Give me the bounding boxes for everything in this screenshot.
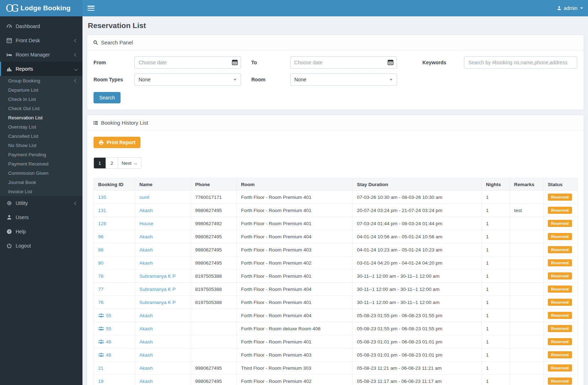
submenu-item[interactable]: Commission Given: [0, 168, 82, 178]
room-select[interactable]: None: [290, 74, 397, 86]
user-menu[interactable]: admin: [557, 5, 583, 11]
sidebar-toggle-icon[interactable]: [87, 6, 95, 11]
guest-name-link[interactable]: Akash: [139, 234, 153, 239]
nights-cell: 1: [482, 204, 510, 217]
booking-id-link[interactable]: 48: [106, 339, 111, 345]
booking-id-link[interactable]: 77: [98, 287, 103, 292]
room-types-select[interactable]: None: [134, 74, 241, 86]
submenu-item[interactable]: Check In List: [0, 94, 82, 104]
guest-name-link[interactable]: Akash: [139, 365, 153, 371]
sidebar-item-label: Dashboard: [16, 23, 77, 29]
sidebar-item-label: Room Manager: [16, 52, 71, 58]
guest-name-link[interactable]: Subramanya K P: [139, 287, 176, 292]
print-report-button[interactable]: Print Report: [93, 137, 140, 148]
to-date-input[interactable]: [290, 56, 397, 69]
submenu-item[interactable]: No Show List: [0, 141, 82, 150]
sidebar-item-label: Logout: [16, 243, 77, 249]
nights-cell: 1: [482, 362, 510, 375]
submenu-item[interactable]: Payment Received: [0, 159, 82, 168]
submenu-item[interactable]: Group Booking: [0, 76, 82, 85]
keywords-input[interactable]: [464, 56, 577, 69]
booking-id-link[interactable]: 55: [106, 326, 111, 331]
guest-name-link[interactable]: Akash: [139, 313, 153, 318]
print-report-label: Print Report: [107, 140, 135, 145]
booking-id-link[interactable]: 128: [98, 221, 106, 226]
guest-name-link[interactable]: Akash: [139, 352, 153, 358]
booking-id-cell: 77: [94, 283, 135, 296]
guest-name-link[interactable]: Subramanya K P: [139, 300, 176, 305]
booking-id-link[interactable]: 131: [98, 208, 106, 213]
pagination-page-1[interactable]: 1: [94, 158, 106, 168]
sidebar-item-room-manager[interactable]: Room Manager: [0, 48, 82, 62]
status-cell: Reserved: [544, 309, 578, 322]
user-icon: [557, 6, 562, 11]
submenu-item[interactable]: Reservation List: [0, 113, 82, 122]
sidebar-item-front-desk[interactable]: Front Desk: [0, 33, 82, 48]
booking-id-link[interactable]: 80: [98, 260, 103, 266]
booking-id-cell: 135: [94, 191, 135, 204]
guest-name-link[interactable]: Akash: [139, 260, 153, 266]
nights-cell: 1: [482, 335, 510, 348]
sidebar-item-utility[interactable]: Utility: [0, 196, 82, 210]
guest-name-link[interactable]: House: [139, 221, 153, 226]
booking-id-link[interactable]: 96: [98, 234, 103, 239]
sidebar-item-users[interactable]: Users: [0, 210, 82, 224]
guest-name-link[interactable]: Akash: [139, 326, 153, 331]
submenu-item[interactable]: Cancelled List: [0, 131, 82, 141]
booking-id-link[interactable]: 21: [98, 365, 103, 371]
booking-id-link[interactable]: 48: [106, 352, 111, 358]
submenu-item[interactable]: Check Out List: [0, 104, 82, 113]
name-cell: Akash: [135, 309, 191, 322]
guest-name-link[interactable]: Akash: [139, 208, 153, 213]
nights-cell: 1: [482, 243, 510, 256]
submenu-item-label: Commission Given: [8, 170, 77, 176]
search-icon: [93, 40, 98, 45]
user-label: admin: [564, 5, 577, 11]
remarks-cell: [510, 243, 544, 256]
booking-id-link[interactable]: 76: [98, 300, 103, 305]
sidebar-item-reports[interactable]: Reports: [0, 62, 82, 76]
booking-id-link[interactable]: 86: [98, 247, 103, 253]
booking-id-cell: 96: [94, 230, 135, 243]
guest-name-link[interactable]: Akash: [139, 247, 153, 253]
pagination-page-2[interactable]: 2: [106, 158, 118, 168]
guest-name-link[interactable]: Akash: [139, 339, 153, 345]
nights-cell: 1: [482, 217, 510, 230]
stay-duration-cell: 20-07-24 03:24 pm - 21-07-24 03:24 pm: [353, 204, 482, 217]
booking-id-link[interactable]: 19: [98, 379, 103, 384]
room-cell: Forth Floor - Room Premium 403: [237, 348, 353, 362]
status-badge: Reserved: [548, 351, 572, 358]
booking-id-link[interactable]: 55: [106, 313, 111, 318]
col-header-phone: Phone: [191, 178, 237, 191]
gauge-icon: [6, 23, 12, 29]
sidebar-item-logout[interactable]: Logout: [0, 239, 82, 253]
room-cell: Forth Floor - Room Premium 401: [237, 270, 353, 283]
table-row: 131 Akash 9980627495 Forth Floor - Room …: [94, 204, 578, 217]
brand-monogram-icon: OG: [6, 4, 16, 13]
table-row: 135 sunil 7760017171 Forth Floor - Room …: [94, 191, 578, 204]
from-date-input[interactable]: [134, 56, 241, 69]
guest-name-link[interactable]: Akash: [139, 379, 153, 384]
submenu-item[interactable]: Invoice List: [0, 187, 82, 196]
phone-cell: 9980627495: [191, 230, 237, 243]
submenu-item-label: Check Out List: [8, 106, 77, 111]
room-cell: Forth Floor - Room deluxe Room 406: [237, 322, 353, 335]
sidebar-item-dashboard[interactable]: Dashboard: [0, 19, 82, 33]
chevron-down-icon: [74, 67, 78, 71]
status-badge: Reserved: [548, 378, 572, 385]
submenu-item[interactable]: Overstay List: [0, 122, 82, 131]
list-icon: [93, 120, 98, 125]
submenu-item[interactable]: Payment Pending: [0, 150, 82, 159]
guest-name-link[interactable]: Subramanya K P: [139, 273, 176, 279]
brand-logo[interactable]: OG Lodge Booking: [0, 0, 82, 16]
booking-id-link[interactable]: 135: [98, 195, 106, 200]
remarks-cell: [510, 375, 544, 385]
sidebar-item-help[interactable]: ? Help: [0, 224, 82, 239]
chevron-left-icon: [74, 39, 78, 42]
pagination-next[interactable]: Next →: [118, 158, 141, 168]
submenu-item[interactable]: Departure List: [0, 85, 82, 94]
guest-name-link[interactable]: sunil: [139, 195, 149, 200]
search-button[interactable]: Search: [93, 92, 121, 103]
booking-id-link[interactable]: 78: [98, 273, 103, 279]
submenu-item[interactable]: Journal Book: [0, 178, 82, 187]
